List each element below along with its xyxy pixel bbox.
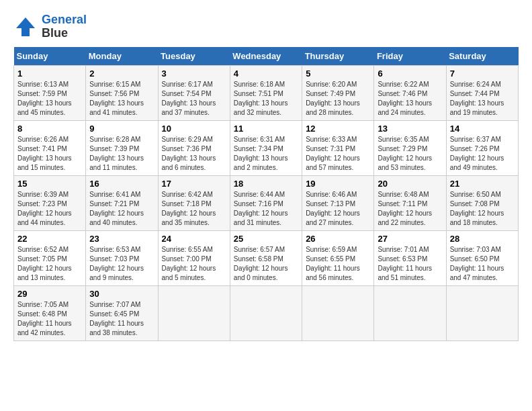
day-number: 12	[306, 124, 370, 134]
calendar-cell: 7Sunrise: 6:24 AMSunset: 7:44 PMDaylight…	[446, 65, 518, 120]
calendar-cell: 2Sunrise: 6:15 AMSunset: 7:56 PMDaylight…	[86, 65, 158, 120]
day-info: Sunrise: 6:37 AMSunset: 7:26 PMDaylight:…	[450, 135, 515, 173]
day-number: 15	[17, 179, 82, 189]
calendar-cell: 10Sunrise: 6:29 AMSunset: 7:36 PMDayligh…	[158, 120, 230, 175]
day-number: 25	[234, 234, 298, 244]
day-number: 5	[306, 68, 370, 79]
calendar-cell: 3Sunrise: 6:17 AMSunset: 7:54 PMDaylight…	[158, 65, 230, 120]
day-info: Sunrise: 6:13 AMSunset: 7:59 PMDaylight:…	[17, 80, 82, 118]
calendar-cell: 1Sunrise: 6:13 AMSunset: 7:59 PMDaylight…	[14, 65, 86, 120]
calendar-row: 8Sunrise: 6:26 AMSunset: 7:41 PMDaylight…	[14, 120, 519, 175]
calendar-cell	[446, 285, 518, 340]
day-number: 7	[450, 68, 515, 79]
day-info: Sunrise: 6:46 AMSunset: 7:13 PMDaylight:…	[306, 190, 370, 228]
day-info: Sunrise: 6:42 AMSunset: 7:18 PMDaylight:…	[162, 190, 226, 228]
page-header: General Blue	[13, 13, 519, 40]
day-info: Sunrise: 6:52 AMSunset: 7:05 PMDaylight:…	[17, 245, 82, 283]
logo-general: General	[42, 13, 87, 26]
calendar-cell: 9Sunrise: 6:28 AMSunset: 7:39 PMDaylight…	[86, 120, 158, 175]
svg-marker-1	[16, 17, 35, 36]
day-info: Sunrise: 6:59 AMSunset: 6:55 PMDaylight:…	[306, 245, 370, 283]
day-number: 1	[17, 68, 82, 79]
day-info: Sunrise: 7:03 AMSunset: 6:50 PMDaylight:…	[450, 245, 515, 283]
day-number: 23	[89, 234, 154, 244]
day-info: Sunrise: 6:20 AMSunset: 7:49 PMDaylight:…	[306, 80, 370, 118]
day-info: Sunrise: 7:07 AMSunset: 6:45 PMDaylight:…	[89, 300, 154, 338]
day-number: 3	[162, 68, 226, 79]
calendar-cell: 4Sunrise: 6:18 AMSunset: 7:51 PMDaylight…	[230, 65, 302, 120]
logo: General Blue	[13, 13, 87, 40]
weekday-header-tuesday: Tuesday	[158, 47, 230, 66]
day-info: Sunrise: 6:29 AMSunset: 7:36 PMDaylight:…	[162, 135, 226, 173]
weekday-header-saturday: Saturday	[446, 47, 518, 66]
calendar-cell: 11Sunrise: 6:31 AMSunset: 7:34 PMDayligh…	[230, 120, 302, 175]
day-number: 19	[306, 179, 370, 189]
logo-icon	[13, 15, 38, 39]
calendar-row: 29Sunrise: 7:05 AMSunset: 6:48 PMDayligh…	[14, 285, 519, 340]
calendar-cell: 18Sunrise: 6:44 AMSunset: 7:16 PMDayligh…	[230, 175, 302, 230]
calendar-cell: 6Sunrise: 6:22 AMSunset: 7:46 PMDaylight…	[374, 65, 446, 120]
day-number: 30	[89, 289, 154, 299]
day-number: 9	[89, 124, 154, 134]
day-info: Sunrise: 6:39 AMSunset: 7:23 PMDaylight:…	[17, 190, 82, 228]
calendar-cell: 14Sunrise: 6:37 AMSunset: 7:26 PMDayligh…	[446, 120, 518, 175]
calendar-cell	[374, 285, 446, 340]
calendar-table: SundayMondayTuesdayWednesdayThursdayFrid…	[13, 47, 519, 341]
day-info: Sunrise: 6:28 AMSunset: 7:39 PMDaylight:…	[89, 135, 154, 173]
day-number: 22	[17, 234, 82, 244]
day-number: 13	[378, 124, 442, 134]
day-number: 4	[234, 68, 298, 79]
day-info: Sunrise: 6:57 AMSunset: 6:58 PMDaylight:…	[234, 245, 298, 283]
calendar-row: 1Sunrise: 6:13 AMSunset: 7:59 PMDaylight…	[14, 65, 519, 120]
day-info: Sunrise: 6:18 AMSunset: 7:51 PMDaylight:…	[234, 80, 298, 118]
calendar-cell: 17Sunrise: 6:42 AMSunset: 7:18 PMDayligh…	[158, 175, 230, 230]
day-info: Sunrise: 7:05 AMSunset: 6:48 PMDaylight:…	[17, 300, 82, 338]
day-number: 28	[450, 234, 515, 244]
calendar-cell	[302, 285, 374, 340]
weekday-header-monday: Monday	[86, 47, 158, 66]
calendar-cell: 19Sunrise: 6:46 AMSunset: 7:13 PMDayligh…	[302, 175, 374, 230]
day-number: 10	[162, 124, 226, 134]
calendar-cell: 27Sunrise: 7:01 AMSunset: 6:53 PMDayligh…	[374, 230, 446, 285]
day-number: 14	[450, 124, 515, 134]
day-info: Sunrise: 6:31 AMSunset: 7:34 PMDaylight:…	[234, 135, 298, 173]
day-number: 29	[17, 289, 82, 299]
day-number: 17	[162, 179, 226, 189]
day-info: Sunrise: 6:35 AMSunset: 7:29 PMDaylight:…	[378, 135, 442, 173]
day-number: 18	[234, 179, 298, 189]
calendar-cell: 25Sunrise: 6:57 AMSunset: 6:58 PMDayligh…	[230, 230, 302, 285]
weekday-header-thursday: Thursday	[302, 47, 374, 66]
day-number: 6	[378, 68, 442, 79]
weekday-header-wednesday: Wednesday	[230, 47, 302, 66]
calendar-cell: 8Sunrise: 6:26 AMSunset: 7:41 PMDaylight…	[14, 120, 86, 175]
day-number: 21	[450, 179, 515, 189]
day-info: Sunrise: 6:55 AMSunset: 7:00 PMDaylight:…	[162, 245, 226, 283]
day-number: 16	[89, 179, 154, 189]
day-info: Sunrise: 6:26 AMSunset: 7:41 PMDaylight:…	[17, 135, 82, 173]
calendar-cell: 12Sunrise: 6:33 AMSunset: 7:31 PMDayligh…	[302, 120, 374, 175]
day-number: 27	[378, 234, 442, 244]
logo-blue: Blue	[42, 26, 68, 40]
calendar-cell: 22Sunrise: 6:52 AMSunset: 7:05 PMDayligh…	[14, 230, 86, 285]
calendar-cell: 16Sunrise: 6:41 AMSunset: 7:21 PMDayligh…	[86, 175, 158, 230]
calendar-cell	[158, 285, 230, 340]
day-info: Sunrise: 7:01 AMSunset: 6:53 PMDaylight:…	[378, 245, 442, 283]
calendar-cell: 13Sunrise: 6:35 AMSunset: 7:29 PMDayligh…	[374, 120, 446, 175]
calendar-cell: 26Sunrise: 6:59 AMSunset: 6:55 PMDayligh…	[302, 230, 374, 285]
calendar-cell: 29Sunrise: 7:05 AMSunset: 6:48 PMDayligh…	[14, 285, 86, 340]
calendar-cell: 23Sunrise: 6:53 AMSunset: 7:03 PMDayligh…	[86, 230, 158, 285]
day-info: Sunrise: 6:24 AMSunset: 7:44 PMDaylight:…	[450, 80, 515, 118]
day-number: 20	[378, 179, 442, 189]
calendar-row: 15Sunrise: 6:39 AMSunset: 7:23 PMDayligh…	[14, 175, 519, 230]
day-number: 8	[17, 124, 82, 134]
day-info: Sunrise: 6:15 AMSunset: 7:56 PMDaylight:…	[89, 80, 154, 118]
day-info: Sunrise: 6:22 AMSunset: 7:46 PMDaylight:…	[378, 80, 442, 118]
weekday-header-row: SundayMondayTuesdayWednesdayThursdayFrid…	[14, 47, 519, 66]
day-info: Sunrise: 6:41 AMSunset: 7:21 PMDaylight:…	[89, 190, 154, 228]
day-info: Sunrise: 6:50 AMSunset: 7:08 PMDaylight:…	[450, 190, 515, 228]
calendar-cell	[230, 285, 302, 340]
day-info: Sunrise: 6:53 AMSunset: 7:03 PMDaylight:…	[89, 245, 154, 283]
day-info: Sunrise: 6:33 AMSunset: 7:31 PMDaylight:…	[306, 135, 370, 173]
day-info: Sunrise: 6:48 AMSunset: 7:11 PMDaylight:…	[378, 190, 442, 228]
day-info: Sunrise: 6:44 AMSunset: 7:16 PMDaylight:…	[234, 190, 298, 228]
